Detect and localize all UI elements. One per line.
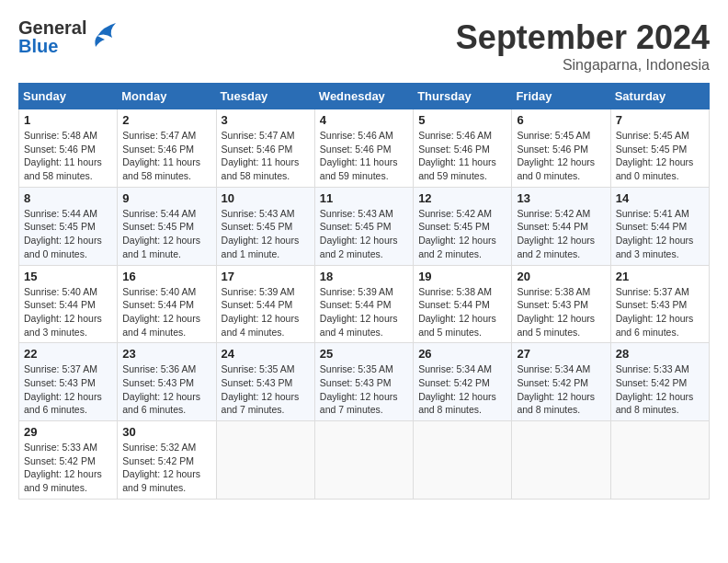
day-info: Sunrise: 5:36 AM Sunset: 5:43 PM Dayligh… <box>122 362 210 417</box>
day-number: 4 <box>320 113 408 127</box>
day-info: Sunrise: 5:37 AM Sunset: 5:43 PM Dayligh… <box>616 285 704 339</box>
calendar-day-cell: 18Sunrise: 5:39 AM Sunset: 5:44 PM Dayli… <box>314 265 413 343</box>
day-number: 15 <box>24 270 112 283</box>
day-info: Sunrise: 5:41 AM Sunset: 5:44 PM Dayligh… <box>616 207 704 261</box>
calendar-day-cell: 28Sunrise: 5:33 AM Sunset: 5:42 PM Dayli… <box>610 343 709 421</box>
calendar-day-cell: 8Sunrise: 5:44 AM Sunset: 5:45 PM Daylig… <box>19 187 118 265</box>
calendar-day-cell: 26Sunrise: 5:34 AM Sunset: 5:42 PM Dayli… <box>414 343 512 421</box>
day-number: 28 <box>616 347 704 361</box>
day-info: Sunrise: 5:44 AM Sunset: 5:45 PM Dayligh… <box>122 207 210 261</box>
day-info: Sunrise: 5:46 AM Sunset: 5:46 PM Dayligh… <box>418 129 506 183</box>
day-info: Sunrise: 5:34 AM Sunset: 5:42 PM Dayligh… <box>517 362 605 417</box>
day-number: 19 <box>418 270 506 283</box>
day-info: Sunrise: 5:47 AM Sunset: 5:46 PM Dayligh… <box>222 129 310 183</box>
day-number: 21 <box>616 270 704 283</box>
calendar-day-cell <box>314 421 413 500</box>
day-number: 14 <box>616 191 704 205</box>
calendar-day-cell: 15Sunrise: 5:40 AM Sunset: 5:44 PM Dayli… <box>19 265 118 343</box>
calendar-day-cell <box>216 421 314 500</box>
day-of-week-header: Friday <box>512 84 610 109</box>
day-info: Sunrise: 5:48 AM Sunset: 5:46 PM Dayligh… <box>24 129 112 183</box>
day-of-week-header: Sunday <box>19 84 118 109</box>
day-info: Sunrise: 5:45 AM Sunset: 5:45 PM Dayligh… <box>616 129 704 183</box>
day-number: 17 <box>222 270 310 283</box>
calendar-day-cell: 2Sunrise: 5:47 AM Sunset: 5:46 PM Daylig… <box>118 109 216 188</box>
calendar-day-cell: 24Sunrise: 5:35 AM Sunset: 5:43 PM Dayli… <box>216 343 314 421</box>
day-number: 16 <box>122 270 210 283</box>
day-number: 8 <box>24 191 112 205</box>
calendar-day-cell: 30Sunrise: 5:32 AM Sunset: 5:42 PM Dayli… <box>118 421 216 500</box>
day-of-week-header: Tuesday <box>216 84 314 109</box>
calendar-day-cell: 13Sunrise: 5:42 AM Sunset: 5:44 PM Dayli… <box>512 187 610 265</box>
day-info: Sunrise: 5:40 AM Sunset: 5:44 PM Dayligh… <box>24 285 112 339</box>
calendar-day-cell: 6Sunrise: 5:45 AM Sunset: 5:46 PM Daylig… <box>512 109 610 188</box>
calendar-day-cell: 12Sunrise: 5:42 AM Sunset: 5:45 PM Dayli… <box>414 187 512 265</box>
calendar-week-row: 29Sunrise: 5:33 AM Sunset: 5:42 PM Dayli… <box>19 421 710 500</box>
calendar-day-cell <box>512 421 610 500</box>
day-info: Sunrise: 5:42 AM Sunset: 5:45 PM Dayligh… <box>418 207 506 261</box>
day-info: Sunrise: 5:35 AM Sunset: 5:43 PM Dayligh… <box>320 362 408 417</box>
calendar-day-cell: 7Sunrise: 5:45 AM Sunset: 5:45 PM Daylig… <box>610 109 709 188</box>
day-info: Sunrise: 5:32 AM Sunset: 5:42 PM Dayligh… <box>122 441 210 495</box>
day-info: Sunrise: 5:43 AM Sunset: 5:45 PM Dayligh… <box>320 207 408 261</box>
logo-general: General <box>18 18 86 37</box>
location: Singaparna, Indonesia <box>456 57 710 74</box>
day-info: Sunrise: 5:45 AM Sunset: 5:46 PM Dayligh… <box>517 129 605 183</box>
calendar-day-cell: 1Sunrise: 5:48 AM Sunset: 5:46 PM Daylig… <box>19 109 118 188</box>
page-header: General Blue September 2024 Singaparna, … <box>18 18 710 74</box>
day-number: 20 <box>517 270 605 283</box>
calendar-table: SundayMondayTuesdayWednesdayThursdayFrid… <box>18 83 710 500</box>
calendar-week-row: 15Sunrise: 5:40 AM Sunset: 5:44 PM Dayli… <box>19 265 710 343</box>
day-number: 5 <box>418 113 506 127</box>
day-number: 10 <box>222 191 310 205</box>
day-number: 1 <box>24 113 112 127</box>
calendar-day-cell: 21Sunrise: 5:37 AM Sunset: 5:43 PM Dayli… <box>610 265 709 343</box>
day-number: 27 <box>517 347 605 361</box>
day-number: 2 <box>122 113 210 127</box>
calendar-week-row: 1Sunrise: 5:48 AM Sunset: 5:46 PM Daylig… <box>19 109 710 188</box>
calendar-day-cell: 17Sunrise: 5:39 AM Sunset: 5:44 PM Dayli… <box>216 265 314 343</box>
day-info: Sunrise: 5:33 AM Sunset: 5:42 PM Dayligh… <box>616 362 704 417</box>
day-info: Sunrise: 5:47 AM Sunset: 5:46 PM Dayligh… <box>122 129 210 183</box>
calendar-day-cell: 5Sunrise: 5:46 AM Sunset: 5:46 PM Daylig… <box>414 109 512 188</box>
day-of-week-header: Thursday <box>414 84 512 109</box>
day-info: Sunrise: 5:38 AM Sunset: 5:43 PM Dayligh… <box>517 285 605 339</box>
calendar-day-cell: 14Sunrise: 5:41 AM Sunset: 5:44 PM Dayli… <box>610 187 709 265</box>
day-number: 26 <box>418 347 506 361</box>
calendar-day-cell: 19Sunrise: 5:38 AM Sunset: 5:44 PM Dayli… <box>414 265 512 343</box>
day-info: Sunrise: 5:37 AM Sunset: 5:43 PM Dayligh… <box>24 362 112 417</box>
logo-blue: Blue <box>18 37 86 55</box>
day-number: 7 <box>616 113 704 127</box>
day-number: 25 <box>320 347 408 361</box>
day-number: 29 <box>24 425 112 439</box>
day-number: 11 <box>320 191 408 205</box>
day-number: 13 <box>517 191 605 205</box>
calendar-day-cell: 11Sunrise: 5:43 AM Sunset: 5:45 PM Dayli… <box>314 187 413 265</box>
day-info: Sunrise: 5:40 AM Sunset: 5:44 PM Dayligh… <box>122 285 210 339</box>
day-info: Sunrise: 5:39 AM Sunset: 5:44 PM Dayligh… <box>320 285 408 339</box>
logo: General Blue <box>18 18 119 55</box>
calendar-day-cell: 4Sunrise: 5:46 AM Sunset: 5:46 PM Daylig… <box>314 109 413 188</box>
day-number: 6 <box>517 113 605 127</box>
title-block: September 2024 Singaparna, Indonesia <box>456 18 710 74</box>
calendar-day-cell: 29Sunrise: 5:33 AM Sunset: 5:42 PM Dayli… <box>19 421 118 500</box>
day-info: Sunrise: 5:38 AM Sunset: 5:44 PM Dayligh… <box>418 285 506 339</box>
day-info: Sunrise: 5:44 AM Sunset: 5:45 PM Dayligh… <box>24 207 112 261</box>
day-info: Sunrise: 5:46 AM Sunset: 5:46 PM Dayligh… <box>320 129 408 183</box>
day-number: 3 <box>222 113 310 127</box>
day-number: 30 <box>122 425 210 439</box>
calendar-day-cell: 10Sunrise: 5:43 AM Sunset: 5:45 PM Dayli… <box>216 187 314 265</box>
calendar-day-cell: 22Sunrise: 5:37 AM Sunset: 5:43 PM Dayli… <box>19 343 118 421</box>
calendar-header: SundayMondayTuesdayWednesdayThursdayFrid… <box>19 84 710 109</box>
day-of-week-header: Monday <box>118 84 216 109</box>
calendar-week-row: 22Sunrise: 5:37 AM Sunset: 5:43 PM Dayli… <box>19 343 710 421</box>
day-number: 22 <box>24 347 112 361</box>
logo-bird-icon <box>90 19 119 52</box>
calendar-day-cell: 16Sunrise: 5:40 AM Sunset: 5:44 PM Dayli… <box>118 265 216 343</box>
calendar-day-cell: 25Sunrise: 5:35 AM Sunset: 5:43 PM Dayli… <box>314 343 413 421</box>
calendar-day-cell <box>610 421 709 500</box>
day-info: Sunrise: 5:42 AM Sunset: 5:44 PM Dayligh… <box>517 207 605 261</box>
day-info: Sunrise: 5:43 AM Sunset: 5:45 PM Dayligh… <box>222 207 310 261</box>
day-info: Sunrise: 5:39 AM Sunset: 5:44 PM Dayligh… <box>222 285 310 339</box>
calendar-day-cell <box>414 421 512 500</box>
